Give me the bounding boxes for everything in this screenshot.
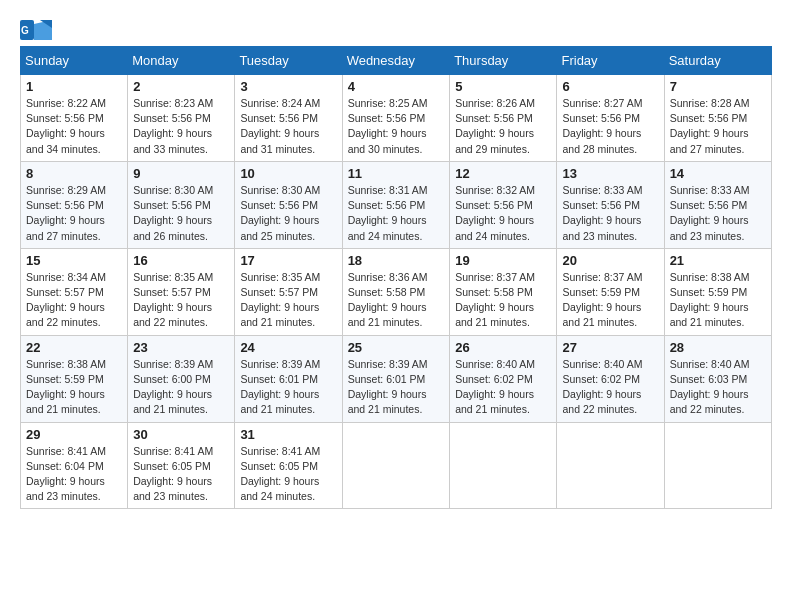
calendar-day-header: Monday	[128, 47, 235, 75]
calendar-cell: 2Sunrise: 8:23 AMSunset: 5:56 PMDaylight…	[128, 75, 235, 162]
svg-text:G: G	[21, 25, 29, 36]
calendar-cell: 7Sunrise: 8:28 AMSunset: 5:56 PMDaylight…	[664, 75, 771, 162]
calendar-day-header: Tuesday	[235, 47, 342, 75]
calendar-cell: 24Sunrise: 8:39 AMSunset: 6:01 PMDayligh…	[235, 335, 342, 422]
calendar-cell: 18Sunrise: 8:36 AMSunset: 5:58 PMDayligh…	[342, 248, 450, 335]
calendar-cell: 3Sunrise: 8:24 AMSunset: 5:56 PMDaylight…	[235, 75, 342, 162]
calendar-cell: 27Sunrise: 8:40 AMSunset: 6:02 PMDayligh…	[557, 335, 664, 422]
day-number: 18	[348, 253, 445, 268]
calendar-cell: 16Sunrise: 8:35 AMSunset: 5:57 PMDayligh…	[128, 248, 235, 335]
day-number: 2	[133, 79, 229, 94]
day-info: Sunrise: 8:36 AMSunset: 5:58 PMDaylight:…	[348, 270, 445, 331]
calendar-cell: 14Sunrise: 8:33 AMSunset: 5:56 PMDayligh…	[664, 161, 771, 248]
logo-icon: G	[20, 20, 52, 40]
day-number: 21	[670, 253, 766, 268]
day-info: Sunrise: 8:38 AMSunset: 5:59 PMDaylight:…	[670, 270, 766, 331]
logo: G	[20, 20, 56, 40]
calendar-cell: 12Sunrise: 8:32 AMSunset: 5:56 PMDayligh…	[450, 161, 557, 248]
calendar-cell	[557, 422, 664, 509]
calendar-day-header: Friday	[557, 47, 664, 75]
day-info: Sunrise: 8:37 AMSunset: 5:59 PMDaylight:…	[562, 270, 658, 331]
day-number: 5	[455, 79, 551, 94]
day-number: 22	[26, 340, 122, 355]
day-number: 26	[455, 340, 551, 355]
day-info: Sunrise: 8:40 AMSunset: 6:02 PMDaylight:…	[455, 357, 551, 418]
day-info: Sunrise: 8:41 AMSunset: 6:05 PMDaylight:…	[240, 444, 336, 505]
calendar-cell: 10Sunrise: 8:30 AMSunset: 5:56 PMDayligh…	[235, 161, 342, 248]
calendar-week-row: 1Sunrise: 8:22 AMSunset: 5:56 PMDaylight…	[21, 75, 772, 162]
day-info: Sunrise: 8:38 AMSunset: 5:59 PMDaylight:…	[26, 357, 122, 418]
calendar-cell	[664, 422, 771, 509]
day-info: Sunrise: 8:29 AMSunset: 5:56 PMDaylight:…	[26, 183, 122, 244]
day-number: 11	[348, 166, 445, 181]
day-info: Sunrise: 8:39 AMSunset: 6:01 PMDaylight:…	[240, 357, 336, 418]
day-number: 27	[562, 340, 658, 355]
calendar-cell: 23Sunrise: 8:39 AMSunset: 6:00 PMDayligh…	[128, 335, 235, 422]
calendar-week-row: 15Sunrise: 8:34 AMSunset: 5:57 PMDayligh…	[21, 248, 772, 335]
calendar-cell: 26Sunrise: 8:40 AMSunset: 6:02 PMDayligh…	[450, 335, 557, 422]
day-info: Sunrise: 8:33 AMSunset: 5:56 PMDaylight:…	[670, 183, 766, 244]
day-number: 20	[562, 253, 658, 268]
calendar-cell: 6Sunrise: 8:27 AMSunset: 5:56 PMDaylight…	[557, 75, 664, 162]
calendar-cell: 30Sunrise: 8:41 AMSunset: 6:05 PMDayligh…	[128, 422, 235, 509]
day-number: 29	[26, 427, 122, 442]
day-info: Sunrise: 8:32 AMSunset: 5:56 PMDaylight:…	[455, 183, 551, 244]
calendar-cell: 22Sunrise: 8:38 AMSunset: 5:59 PMDayligh…	[21, 335, 128, 422]
day-number: 30	[133, 427, 229, 442]
calendar-header-row: SundayMondayTuesdayWednesdayThursdayFrid…	[21, 47, 772, 75]
calendar-cell: 25Sunrise: 8:39 AMSunset: 6:01 PMDayligh…	[342, 335, 450, 422]
day-info: Sunrise: 8:26 AMSunset: 5:56 PMDaylight:…	[455, 96, 551, 157]
day-number: 15	[26, 253, 122, 268]
day-info: Sunrise: 8:27 AMSunset: 5:56 PMDaylight:…	[562, 96, 658, 157]
calendar-cell: 4Sunrise: 8:25 AMSunset: 5:56 PMDaylight…	[342, 75, 450, 162]
day-info: Sunrise: 8:40 AMSunset: 6:03 PMDaylight:…	[670, 357, 766, 418]
day-info: Sunrise: 8:41 AMSunset: 6:05 PMDaylight:…	[133, 444, 229, 505]
calendar-cell: 28Sunrise: 8:40 AMSunset: 6:03 PMDayligh…	[664, 335, 771, 422]
day-number: 13	[562, 166, 658, 181]
day-info: Sunrise: 8:28 AMSunset: 5:56 PMDaylight:…	[670, 96, 766, 157]
day-info: Sunrise: 8:34 AMSunset: 5:57 PMDaylight:…	[26, 270, 122, 331]
day-number: 25	[348, 340, 445, 355]
day-info: Sunrise: 8:25 AMSunset: 5:56 PMDaylight:…	[348, 96, 445, 157]
day-number: 24	[240, 340, 336, 355]
calendar-week-row: 22Sunrise: 8:38 AMSunset: 5:59 PMDayligh…	[21, 335, 772, 422]
day-info: Sunrise: 8:40 AMSunset: 6:02 PMDaylight:…	[562, 357, 658, 418]
calendar-cell	[450, 422, 557, 509]
day-info: Sunrise: 8:39 AMSunset: 6:00 PMDaylight:…	[133, 357, 229, 418]
calendar-cell: 19Sunrise: 8:37 AMSunset: 5:58 PMDayligh…	[450, 248, 557, 335]
day-info: Sunrise: 8:35 AMSunset: 5:57 PMDaylight:…	[133, 270, 229, 331]
calendar-cell	[342, 422, 450, 509]
day-number: 8	[26, 166, 122, 181]
day-number: 9	[133, 166, 229, 181]
calendar-table: SundayMondayTuesdayWednesdayThursdayFrid…	[20, 46, 772, 509]
day-info: Sunrise: 8:24 AMSunset: 5:56 PMDaylight:…	[240, 96, 336, 157]
calendar-cell: 20Sunrise: 8:37 AMSunset: 5:59 PMDayligh…	[557, 248, 664, 335]
day-number: 14	[670, 166, 766, 181]
day-info: Sunrise: 8:23 AMSunset: 5:56 PMDaylight:…	[133, 96, 229, 157]
calendar-week-row: 29Sunrise: 8:41 AMSunset: 6:04 PMDayligh…	[21, 422, 772, 509]
day-number: 23	[133, 340, 229, 355]
calendar-cell: 15Sunrise: 8:34 AMSunset: 5:57 PMDayligh…	[21, 248, 128, 335]
day-info: Sunrise: 8:30 AMSunset: 5:56 PMDaylight:…	[133, 183, 229, 244]
day-info: Sunrise: 8:33 AMSunset: 5:56 PMDaylight:…	[562, 183, 658, 244]
day-number: 19	[455, 253, 551, 268]
day-info: Sunrise: 8:37 AMSunset: 5:58 PMDaylight:…	[455, 270, 551, 331]
day-number: 28	[670, 340, 766, 355]
day-number: 7	[670, 79, 766, 94]
calendar-day-header: Wednesday	[342, 47, 450, 75]
calendar-cell: 11Sunrise: 8:31 AMSunset: 5:56 PMDayligh…	[342, 161, 450, 248]
day-number: 10	[240, 166, 336, 181]
day-info: Sunrise: 8:22 AMSunset: 5:56 PMDaylight:…	[26, 96, 122, 157]
page-header: G	[20, 20, 772, 40]
day-number: 12	[455, 166, 551, 181]
calendar-cell: 1Sunrise: 8:22 AMSunset: 5:56 PMDaylight…	[21, 75, 128, 162]
day-info: Sunrise: 8:35 AMSunset: 5:57 PMDaylight:…	[240, 270, 336, 331]
calendar-cell: 21Sunrise: 8:38 AMSunset: 5:59 PMDayligh…	[664, 248, 771, 335]
day-number: 31	[240, 427, 336, 442]
calendar-week-row: 8Sunrise: 8:29 AMSunset: 5:56 PMDaylight…	[21, 161, 772, 248]
day-number: 4	[348, 79, 445, 94]
day-number: 3	[240, 79, 336, 94]
calendar-cell: 8Sunrise: 8:29 AMSunset: 5:56 PMDaylight…	[21, 161, 128, 248]
day-number: 6	[562, 79, 658, 94]
calendar-cell: 17Sunrise: 8:35 AMSunset: 5:57 PMDayligh…	[235, 248, 342, 335]
